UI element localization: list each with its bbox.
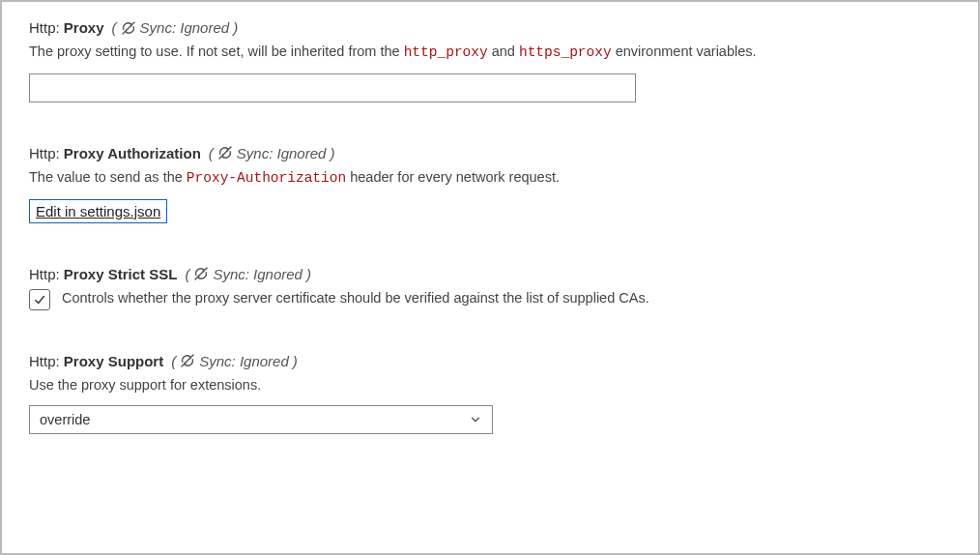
edit-in-settings-json-link[interactable]: Edit in settings.json xyxy=(29,199,167,223)
sync-off-icon xyxy=(193,266,209,281)
sync-ignored-badge: ( Sync: Ignored) xyxy=(112,19,239,36)
setting-name: Proxy Strict SSL xyxy=(64,266,178,282)
setting-title-row: Http: Proxy Support ( Sync: Ignored) xyxy=(29,353,951,369)
code-proxy-authorization: Proxy-Authorization xyxy=(187,170,346,186)
setting-http-proxy-support: Http: Proxy Support ( Sync: Ignored) Use… xyxy=(29,353,951,435)
setting-title-row: Http: Proxy Authorization ( Sync: Ignore… xyxy=(29,145,951,161)
sync-ignored-label: Sync: Ignored xyxy=(213,266,303,282)
code-http-proxy: http_proxy xyxy=(404,44,488,60)
chevron-down-icon xyxy=(469,413,482,426)
sync-ignored-label: Sync: Ignored xyxy=(199,353,289,369)
proxy-input[interactable] xyxy=(29,73,636,102)
sync-off-icon xyxy=(180,353,195,368)
code-https-proxy: https_proxy xyxy=(519,44,612,60)
checkbox-label: Controls whether the proxy server certif… xyxy=(62,288,649,309)
checkbox-row: Controls whether the proxy server certif… xyxy=(29,288,951,310)
setting-prefix: Http: Proxy Support xyxy=(29,353,163,369)
setting-http-proxy: Http: Proxy ( Sync: Ignored) The proxy s… xyxy=(29,19,951,102)
sync-ignored-label: Sync: Ignored xyxy=(237,145,327,161)
setting-http-proxy-strict-ssl: Http: Proxy Strict SSL ( Sync: Ignored) … xyxy=(29,266,951,310)
setting-description: The proxy setting to use. If not set, wi… xyxy=(29,42,951,64)
setting-prefix: Http: Proxy Strict SSL xyxy=(29,266,177,282)
sync-ignored-badge: ( Sync: Ignored) xyxy=(185,266,311,282)
setting-name: Proxy Support xyxy=(64,353,163,369)
settings-panel: Http: Proxy ( Sync: Ignored) The proxy s… xyxy=(0,0,980,555)
proxy-support-select[interactable]: override xyxy=(29,405,493,434)
setting-description: Use the proxy support for extensions. xyxy=(29,375,951,396)
setting-title-row: Http: Proxy Strict SSL ( Sync: Ignored) xyxy=(29,266,951,282)
sync-off-icon xyxy=(121,20,136,36)
setting-title-row: Http: Proxy ( Sync: Ignored) xyxy=(29,19,951,36)
setting-name: Proxy Authorization xyxy=(64,145,201,161)
sync-ignored-badge: ( Sync: Ignored) xyxy=(209,145,335,161)
setting-name: Proxy xyxy=(64,19,104,36)
proxy-strict-ssl-checkbox[interactable] xyxy=(29,289,50,310)
setting-prefix: Http: Proxy Authorization xyxy=(29,145,201,161)
select-value: override xyxy=(40,412,90,427)
setting-http-proxy-authorization: Http: Proxy Authorization ( Sync: Ignore… xyxy=(29,145,951,223)
setting-description: The value to send as the Proxy-Authoriza… xyxy=(29,167,951,190)
sync-ignored-label: Sync: Ignored xyxy=(140,19,230,36)
sync-off-icon xyxy=(217,145,233,161)
check-icon xyxy=(33,293,46,307)
setting-prefix: Http: Proxy xyxy=(29,19,104,36)
sync-ignored-badge: ( Sync: Ignored) xyxy=(171,353,298,369)
